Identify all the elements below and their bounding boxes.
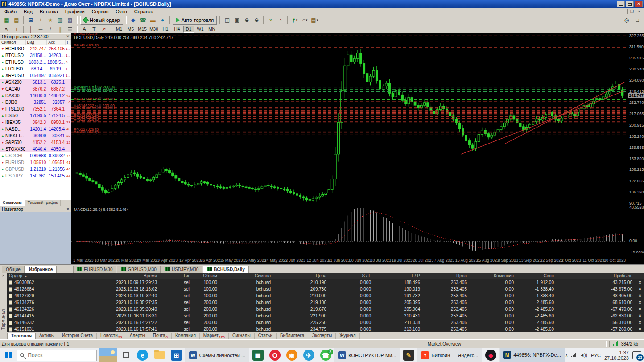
- terminal-tab-Маркет[interactable]: Маркет126: [200, 333, 229, 339]
- menu-Графики[interactable]: Графики: [62, 8, 88, 15]
- timeframe-M30[interactable]: M30: [149, 26, 159, 33]
- fibonacci-icon[interactable]: ☰: [66, 25, 74, 33]
- terminal-row-46134276[interactable]: 461342762023.10.16 05:27:35sell200.00bch…: [7, 299, 644, 306]
- market-row-USDJPY[interactable]: ▲USDJPY150.361150.40544: [0, 173, 71, 179]
- chrome-icon[interactable]: ◉: [283, 348, 300, 362]
- auto-scroll-icon[interactable]: »: [266, 16, 275, 24]
- community-icon[interactable]: ☎: [139, 16, 148, 24]
- terminal-row-46141415[interactable]: 461414152023.10.16 11:08:31sell200.00bch…: [7, 313, 644, 319]
- market-watch-column-Аск[interactable]: Аск: [47, 40, 66, 45]
- word-task-2[interactable]: WКОНСТРУКТОР Ми...: [334, 348, 400, 362]
- navigator-close-icon[interactable]: ✕: [66, 207, 70, 211]
- bottom-tab-Общие[interactable]: Общие: [2, 266, 25, 273]
- market-row-NASD...[interactable]: ▲NASD...14201.414205.440: [0, 126, 71, 132]
- messenger-icon[interactable]: ✈: [300, 348, 317, 362]
- language-indicator[interactable]: РУС: [591, 353, 601, 358]
- market-row-XRPUSD[interactable]: ▲XRPUSD0.548970.559211...: [0, 72, 71, 79]
- market-row-BCHUSD[interactable]: ▼BCHUSD242.747253.4051...: [0, 45, 71, 52]
- mdi-close-button[interactable]: ×: [636, 9, 642, 14]
- market-watch-column-![interactable]: !: [66, 40, 71, 45]
- menu-Вставка[interactable]: Вставка: [36, 8, 62, 15]
- toolbar-search-icon[interactable]: ◎: [622, 16, 631, 24]
- market-row-USDCHF[interactable]: ▲USDCHF0.898880.8993244: [0, 152, 71, 159]
- close-order-button[interactable]: ×: [636, 307, 644, 312]
- yandex-task[interactable]: YБиткоин — Яндекс...: [417, 348, 482, 362]
- arrows-icon[interactable]: ↗: [99, 25, 108, 33]
- cursor-icon[interactable]: ↖: [2, 25, 11, 33]
- start-button[interactable]: [0, 348, 17, 362]
- chart-tab-BCHUSD,Daily[interactable]: BCHUSD,Daily: [203, 266, 248, 273]
- market-watch-tab-Тиковый график[interactable]: Тиковый график: [25, 200, 61, 206]
- terminal-row-46127329[interactable]: 461273292023.10.13 19:32:40sell100.00bch…: [7, 292, 644, 299]
- timeframe-M15[interactable]: M15: [137, 26, 148, 33]
- bottom-tab-Избранное[interactable]: Избранное: [25, 266, 57, 273]
- vertical-line-icon[interactable]: │: [26, 25, 35, 33]
- periods-icon[interactable]: ○▾: [300, 16, 309, 24]
- menu-Файл[interactable]: Файл: [1, 8, 20, 15]
- strategy-tester-icon[interactable]: ▧: [66, 16, 74, 24]
- terminal-column-Ордер[interactable]: Ордер▴: [7, 273, 54, 278]
- taskbar-clock[interactable]: 1:37 27.10.2023: [604, 350, 629, 361]
- market-row-IBEX35[interactable]: ▼IBEX358942.38950.178: [0, 119, 71, 126]
- terminal-column-Тип[interactable]: Тип: [161, 273, 194, 278]
- chart-tab-GBPUSD,M30[interactable]: GBPUSD,M30: [117, 266, 160, 273]
- terminal-row-46030862[interactable]: 460308622023.10.09 17:29:23sell100.00bch…: [7, 279, 644, 286]
- zoom-in-icon[interactable]: ⊕: [242, 16, 251, 24]
- minimize-button[interactable]: [617, 1, 625, 7]
- pen-app-icon[interactable]: ✎: [400, 348, 417, 362]
- task-view-icon[interactable]: [123, 352, 129, 358]
- tray-expand-icon[interactable]: ∧: [565, 353, 568, 358]
- market-row-GBPUSD[interactable]: ▲GBPUSD1.213101.2135646: [0, 166, 71, 173]
- navigator-panel[interactable]: [0, 212, 71, 264]
- close-order-button[interactable]: ×: [636, 287, 644, 292]
- indicators-icon[interactable]: ƒ▾: [290, 16, 299, 24]
- terminal-tab-Библиотека[interactable]: Библиотека: [277, 333, 308, 339]
- autotrade-button[interactable]: Авто-торговля: [173, 16, 217, 25]
- market-row-FTSE100[interactable]: ▼FTSE1007352.17364.1...: [0, 106, 71, 112]
- new-order-button[interactable]: Новый ордер: [80, 16, 123, 25]
- mt4-task[interactable]: M449856: NPBFX-De...: [499, 348, 565, 362]
- restore-button[interactable]: [626, 1, 634, 7]
- network-icon[interactable]: [571, 353, 576, 357]
- close-button[interactable]: ×: [635, 1, 643, 7]
- menu-Справка[interactable]: Справка: [131, 8, 157, 15]
- taskbar-search[interactable]: [17, 350, 97, 361]
- new-chart-icon[interactable]: ▦: [2, 16, 11, 24]
- terminal-tab-Журнал[interactable]: Журнал: [336, 333, 360, 339]
- market-row-DAX30[interactable]: ▲DAX3014680.014684.242: [0, 92, 71, 99]
- store-icon[interactable]: ⊞: [168, 348, 185, 362]
- terminal-column-Комиссия[interactable]: Комиссия: [471, 273, 517, 278]
- timeframe-M1[interactable]: M1: [114, 26, 124, 33]
- market-row-CAC40[interactable]: ▼CAC406876.26887.2...: [0, 86, 71, 92]
- label-icon[interactable]: T: [90, 25, 99, 33]
- timeframe-H1[interactable]: H1: [160, 26, 171, 33]
- templates-icon[interactable]: ▤▾: [310, 16, 319, 24]
- menu-Вид[interactable]: Вид: [20, 8, 36, 15]
- terminal-column-Символ[interactable]: Символ: [221, 273, 274, 278]
- whatsapp-icon[interactable]: ☎8: [317, 348, 334, 362]
- toolbar-expand-icon[interactable]: □: [633, 16, 642, 24]
- status-section[interactable]: Market Overview: [424, 341, 607, 347]
- terminal-column-Время[interactable]: Время: [54, 273, 161, 278]
- cascade-windows-icon[interactable]: ▣: [232, 16, 241, 24]
- market-watch-icon[interactable]: ⊞: [26, 16, 35, 24]
- chart-tab-EURUSD,M30[interactable]: EURUSD,M30: [73, 266, 116, 273]
- terminal-row-46134326[interactable]: 461343262023.10.16 05:30:40sell200.00bch…: [7, 306, 644, 313]
- market-row-S&P500[interactable]: ▼S&P5004152.24153.412: [0, 139, 71, 146]
- profiles-icon[interactable]: ▤: [12, 16, 21, 24]
- payments-icon[interactable]: ▬: [149, 16, 157, 24]
- terminal-column-Цена[interactable]: Цена: [424, 273, 471, 278]
- terminal-tab-Активы[interactable]: Активы: [36, 333, 58, 339]
- market-row-BTCUSD[interactable]: ▲BTCUSD34158...34263...1...: [0, 52, 71, 59]
- data-window-icon[interactable]: +: [36, 16, 45, 24]
- close-order-button[interactable]: ×: [636, 293, 644, 298]
- opera-icon[interactable]: O: [266, 348, 283, 362]
- market-row-NIKKEI...[interactable]: ▲NIKKEI...306093064132: [0, 132, 71, 139]
- chart-tab-USDJPY,M30[interactable]: USDJPY,M30: [161, 266, 202, 273]
- terminal-tab-Алерты[interactable]: Алерты: [126, 333, 149, 339]
- terminal-row-46151031[interactable]: 461510312023.10.16 17:57:41sell200.00bch…: [7, 326, 644, 332]
- search-input[interactable]: [27, 352, 94, 359]
- crosshair-icon[interactable]: +: [12, 25, 21, 33]
- terminal-column-Прибыль[interactable]: Прибыль: [557, 273, 636, 278]
- horizontal-line-icon[interactable]: ─: [36, 25, 45, 33]
